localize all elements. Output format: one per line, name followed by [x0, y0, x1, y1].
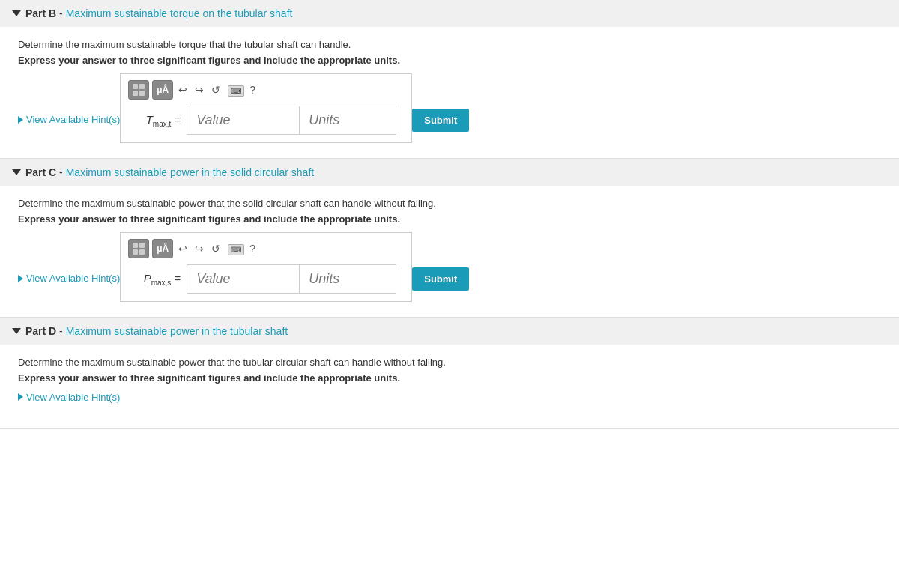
symbol-icon: μÅ [157, 243, 169, 254]
part-d-description: Determine the maximum sustainable power … [18, 357, 881, 368]
part-b-var-label: Tmax,t = [128, 113, 181, 128]
refresh-button[interactable]: ↺ [209, 243, 223, 255]
chevron-down-icon [12, 169, 21, 175]
grid-icon-button[interactable] [128, 239, 149, 258]
hint-arrow-icon [18, 275, 23, 282]
part-b-value-input[interactable] [187, 106, 299, 135]
part-d-content: Determine the maximum sustainable power … [0, 345, 899, 428]
hint-arrow-icon [18, 116, 23, 124]
keyboard-button[interactable]: ⌨ [225, 243, 246, 255]
grid-icon-button[interactable] [128, 80, 149, 100]
part-d-header[interactable]: Part D - Maximum sustainable power in th… [0, 318, 899, 345]
part-c-part-label: Part C [25, 166, 56, 178]
part-c-title: Part C - Maximum sustainable power in th… [25, 166, 314, 178]
part-b-hint-text: View Available Hint(s) [26, 114, 120, 125]
part-d-part-label: Part D [25, 325, 56, 337]
section-part-b: Part B - Maximum sustainable torque on t… [0, 0, 899, 159]
refresh-button[interactable]: ↺ [209, 84, 223, 96]
part-d-hint-text: View Available Hint(s) [26, 392, 120, 403]
part-c-part-desc: Maximum sustainable power in the solid c… [66, 166, 314, 178]
keyboard-button[interactable]: ⌨ [225, 84, 246, 96]
help-button[interactable]: ? [249, 243, 255, 255]
chevron-down-icon [12, 328, 21, 334]
equation-toolbar: μÅ↩↪↺⌨? [128, 80, 404, 100]
part-c-description: Determine the maximum sustainable power … [18, 198, 881, 209]
part-d-hint-link[interactable]: View Available Hint(s) [18, 392, 120, 403]
redo-button[interactable]: ↪ [193, 243, 206, 255]
equation-toolbar: μÅ↩↪↺⌨? [128, 239, 404, 258]
grid-icon [133, 243, 145, 255]
part-b-header[interactable]: Part B - Maximum sustainable torque on t… [0, 0, 899, 27]
part-d-title: Part D - Maximum sustainable power in th… [25, 325, 288, 337]
part-b-title: Part B - Maximum sustainable torque on t… [25, 7, 292, 19]
part-c-var-label: Pmax,s = [128, 272, 181, 287]
part-c-units-input[interactable] [299, 264, 396, 294]
part-d-instruction: Express your answer to three significant… [18, 372, 881, 384]
keyboard-icon: ⌨ [228, 244, 244, 255]
grid-icon [133, 84, 145, 96]
symbol-icon: μÅ [157, 85, 169, 95]
part-b-input-box: μÅ↩↪↺⌨?Tmax,t = [120, 73, 412, 143]
symbol-button[interactable]: μÅ [152, 80, 173, 100]
part-c-instruction: Express your answer to three significant… [18, 213, 881, 225]
part-b-part-desc: Maximum sustainable torque on the tubula… [66, 7, 293, 19]
part-c-hint-link[interactable]: View Available Hint(s) [18, 273, 120, 284]
part-c-hint-text: View Available Hint(s) [26, 273, 120, 284]
part-b-part-label: Part B [25, 7, 56, 19]
part-b-units-input[interactable] [299, 106, 396, 135]
undo-button[interactable]: ↩ [176, 243, 190, 255]
part-d-part-desc: Maximum sustainable power in the tubular… [66, 325, 288, 337]
symbol-button[interactable]: μÅ [152, 239, 173, 258]
part-c-input-row: Pmax,s = [128, 264, 404, 294]
hint-arrow-icon [18, 393, 23, 401]
section-part-c: Part C - Maximum sustainable power in th… [0, 159, 899, 318]
part-b-input-row: Tmax,t = [128, 106, 404, 135]
part-c-submit-button[interactable]: Submit [412, 267, 469, 291]
part-b-instruction: Express your answer to three significant… [18, 55, 881, 66]
chevron-down-icon [12, 10, 21, 16]
keyboard-icon: ⌨ [228, 85, 244, 97]
redo-button[interactable]: ↪ [193, 84, 206, 96]
part-b-hint-link[interactable]: View Available Hint(s) [18, 114, 120, 125]
part-b-content: Determine the maximum sustainable torque… [0, 27, 899, 158]
part-c-value-input[interactable] [187, 264, 299, 294]
undo-button[interactable]: ↩ [176, 84, 190, 96]
part-c-header[interactable]: Part C - Maximum sustainable power in th… [0, 159, 899, 186]
section-part-d: Part D - Maximum sustainable power in th… [0, 318, 899, 429]
part-c-input-box: μÅ↩↪↺⌨?Pmax,s = [120, 232, 412, 302]
part-c-content: Determine the maximum sustainable power … [0, 186, 899, 317]
part-b-submit-button[interactable]: Submit [412, 109, 469, 132]
help-button[interactable]: ? [249, 84, 255, 96]
part-b-description: Determine the maximum sustainable torque… [18, 39, 881, 50]
